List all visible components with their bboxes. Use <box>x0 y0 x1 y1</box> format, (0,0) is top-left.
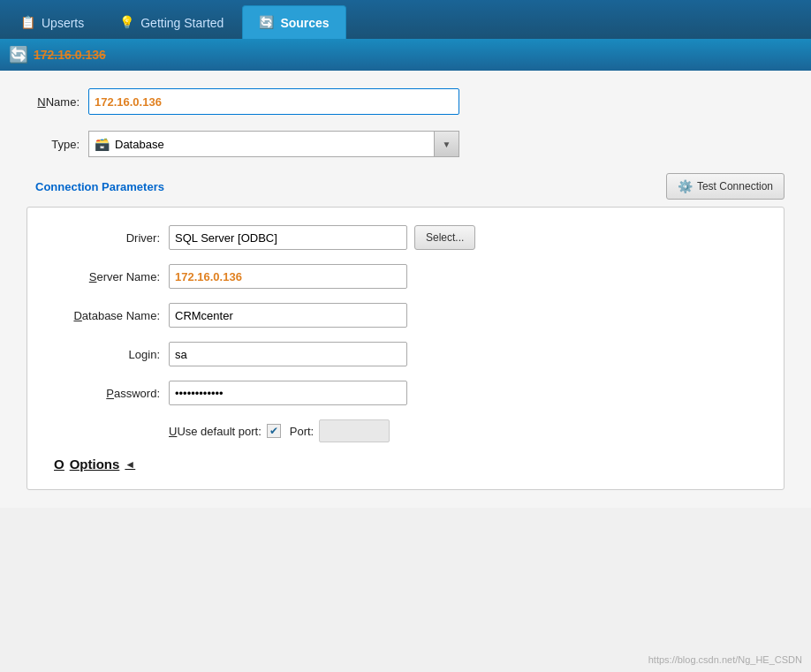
type-label: Type: <box>27 138 80 151</box>
test-connection-button[interactable]: ⚙️ Test Connection <box>666 173 784 200</box>
tab-upserts-label: Upserts <box>42 16 84 30</box>
login-label: Login: <box>45 348 160 361</box>
options-label: Options <box>70 457 120 472</box>
port-input[interactable] <box>319 419 390 442</box>
sources-icon: 🔄 <box>259 15 275 31</box>
footer-watermark: https://blog.csdn.net/Ng_HE_CSDN <box>648 654 802 665</box>
name-row: NName: <box>27 88 784 115</box>
breadcrumb-bar: 🔄 172.16.0.136 <box>0 39 811 71</box>
database-name-label: Database Name: <box>45 309 160 322</box>
type-value: Database <box>115 138 164 151</box>
conn-header-row: Connection Parameters ⚙️ Test Connection <box>27 173 784 200</box>
getting-started-icon: 💡 <box>119 15 135 31</box>
tab-getting-started-label: Getting Started <box>140 16 224 30</box>
database-name-row: Database Name: <box>45 303 766 328</box>
conn-params-title: Connection Parameters <box>35 180 164 193</box>
driver-row: Driver: Select... <box>45 225 766 250</box>
database-name-input[interactable] <box>169 303 407 328</box>
options-section: OOptions ◄ <box>54 457 766 472</box>
driver-input[interactable] <box>169 225 407 250</box>
password-input[interactable] <box>169 381 407 405</box>
options-collapse-icon[interactable]: ◄ <box>125 458 135 471</box>
password-label: Password: <box>45 387 160 400</box>
driver-label: Driver: <box>45 231 160 245</box>
upserts-icon: 📋 <box>20 15 36 31</box>
test-conn-icon: ⚙️ <box>678 179 693 193</box>
name-label: NName: <box>27 95 80 109</box>
test-conn-label: Test Connection <box>697 180 773 193</box>
password-row: Password: <box>45 381 766 405</box>
options-title[interactable]: OOptions ◄ <box>54 457 766 472</box>
dropdown-arrow-icon[interactable]: ▼ <box>434 132 459 156</box>
server-name-input[interactable] <box>169 264 407 289</box>
type-select[interactable]: 🗃️ Database ▼ <box>88 131 459 157</box>
options-label-underline: O <box>54 457 64 472</box>
login-input[interactable] <box>169 342 407 366</box>
port-label: Port: <box>290 425 314 438</box>
tab-getting-started[interactable]: 💡 Getting Started <box>102 5 240 39</box>
connection-box: Driver: Select... Server Name: Database … <box>27 207 784 490</box>
connection-parameters-section: Connection Parameters ⚙️ Test Connection… <box>27 173 784 490</box>
breadcrumb-icon: 🔄 <box>9 45 28 64</box>
type-row: Type: 🗃️ Database ▼ <box>27 131 784 157</box>
server-name-row: Server Name: <box>45 264 766 289</box>
server-name-label: Server Name: <box>45 270 160 283</box>
tab-sources[interactable]: 🔄 Sources <box>242 5 345 39</box>
breadcrumb-text: 172.16.0.136 <box>34 48 106 62</box>
tab-bar: 📋 Upserts 💡 Getting Started 🔄 Sources <box>0 0 811 39</box>
select-button[interactable]: Select... <box>414 225 475 250</box>
main-content: NName: Type: 🗃️ Database ▼ Connection Pa… <box>0 71 811 508</box>
use-default-port-label: UUse default port: <box>169 425 261 438</box>
use-default-port-checkbox[interactable]: ✔ <box>267 424 281 438</box>
database-icon: 🗃️ <box>95 137 110 151</box>
tab-upserts[interactable]: 📋 Upserts <box>4 5 101 39</box>
name-input[interactable] <box>88 88 459 115</box>
port-row: UUse default port: ✔ Port: <box>169 419 766 442</box>
watermark-text: https://blog.csdn.net/Ng_HE_CSDN <box>648 654 802 665</box>
tab-sources-label: Sources <box>280 16 329 30</box>
login-row: Login: <box>45 342 766 366</box>
